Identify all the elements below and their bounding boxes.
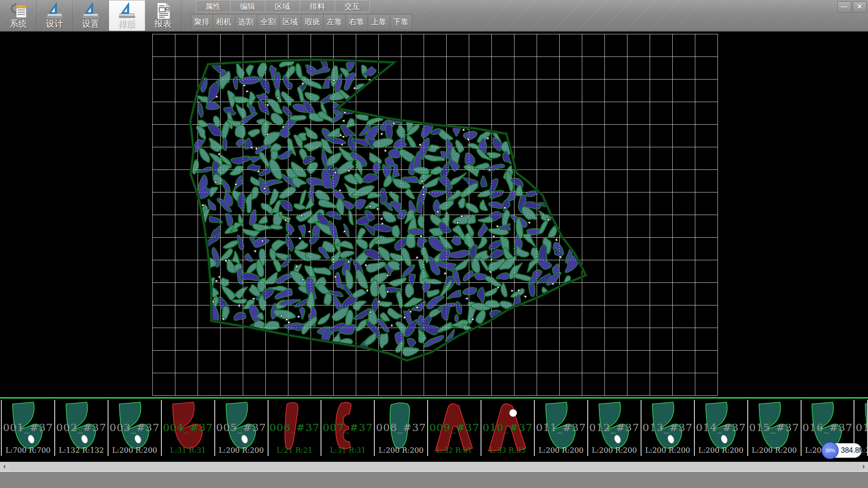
- nesting-canvas[interactable]: [0, 31, 868, 397]
- hide-thumbnail-001_#37[interactable]: 001_#37 L:700 R:700: [1, 400, 54, 456]
- action-button-7[interactable]: 左靠: [324, 14, 346, 30]
- toolbar-button-4[interactable]: 排版: [109, 0, 145, 31]
- hide-thumbnail-name: 009_#37: [428, 422, 481, 433]
- action-button-10[interactable]: 下靠: [390, 14, 412, 30]
- hide-thumbnail-name: 006_#37: [269, 422, 321, 433]
- nesting-ruler-icon: [118, 1, 137, 20]
- settings-ruler-icon: [81, 1, 100, 20]
- action-button-9[interactable]: 上靠: [368, 14, 390, 30]
- action-button-5[interactable]: 区域: [279, 14, 302, 30]
- hide-thumbnail-name: 001_#37: [2, 422, 54, 433]
- hide-thumbnail-lr-count: L:32 R:31: [428, 446, 481, 455]
- hide-thumbnail-name: 004_#37: [162, 422, 214, 433]
- hide-thumbnail-lr-count: L:200 R:200: [215, 446, 268, 455]
- hide-thumbnail-007_#37[interactable]: 007_#37 L:31 R:31: [321, 400, 374, 456]
- hide-thumbnail-lr-count: L:200 R:200: [535, 446, 587, 455]
- main-toolbar: 系统 设计 设置 排版 报表: [0, 0, 181, 31]
- filmstrip-divider-line: [0, 397, 868, 399]
- scroll-left-arrow-icon[interactable]: ‹: [0, 462, 9, 471]
- status-strip: [0, 472, 868, 488]
- hide-thumbnail-lr-count: L:31 R:31: [162, 446, 214, 455]
- hide-thumbnail-002_#37[interactable]: 002_#37 L:132 R:132: [54, 400, 108, 456]
- application-window: 系统 设计 设置 排版 报表 属性编辑区域排料交互 聚排相机选割全割区域瑕疵左靠…: [0, 0, 868, 488]
- hide-thumbnail-011_#37[interactable]: 011_#37 L:200 R:200: [534, 400, 587, 456]
- system-gear-icon: [9, 1, 28, 20]
- menu-tab-5[interactable]: 交互: [335, 0, 370, 12]
- toolbar-button-label: 系统: [0, 18, 36, 30]
- hide-thumbnail-013_#37[interactable]: 013_#37 L:200 R:200: [641, 400, 694, 456]
- menu-bar: 属性编辑区域排料交互: [196, 0, 370, 13]
- hide-thumbnail-name: 013_#37: [642, 422, 694, 433]
- action-button-8[interactable]: 右靠: [346, 14, 368, 30]
- close-button[interactable]: ✕: [853, 1, 867, 13]
- hide-thumbnail-name: 003_#37: [108, 422, 161, 433]
- minimize-button[interactable]: —: [837, 1, 851, 13]
- toolbar-button-label: 设置: [73, 18, 108, 30]
- hide-thumbnail-name: 014_#37: [695, 422, 747, 433]
- report-doc-icon: [154, 1, 173, 20]
- hide-thumbnail-lr-count: L:31 R:31: [321, 446, 374, 455]
- hide-thumbnail-009_#37[interactable]: 009_#37 L:32 R:31: [427, 400, 481, 456]
- hide-thumbnail-012_#37[interactable]: 012_#37 L:200 R:200: [587, 400, 641, 456]
- hide-thumbnail-lr-count: L:200 R:200: [108, 446, 161, 455]
- hide-thumbnail-name: 007_#37: [321, 422, 374, 433]
- toolbar-button-2[interactable]: 设计: [37, 0, 73, 31]
- action-button-1[interactable]: 聚排: [191, 14, 213, 30]
- action-button-6[interactable]: 瑕疵: [302, 14, 324, 30]
- hide-thumbnail-name: 005_#37: [215, 422, 268, 433]
- hide-thumbnail-004_#37[interactable]: 004_#37 L:31 R:31: [161, 400, 214, 456]
- hide-thumbnail-name: 012_#37: [588, 422, 641, 433]
- hide-thumbnail-010_#37[interactable]: 010_#37 L:33 R:33: [481, 400, 534, 456]
- memory-size-label: 384.8M: [841, 443, 865, 458]
- design-ruler-icon: [45, 1, 64, 20]
- hide-thumbnail-name: 017_#37: [854, 422, 868, 433]
- hide-thumbnail-006_#37[interactable]: 006_#37 L:21 R:21: [268, 400, 321, 456]
- hide-thumbnail-005_#37[interactable]: 005_#37 L:200 R:200: [214, 400, 268, 456]
- hide-thumbnail-lr-count: L:200 R:200: [748, 446, 801, 455]
- toolbar-button-label: 报表: [145, 18, 181, 30]
- hide-thumbnail-lr-count: L:200 R:200: [642, 446, 694, 455]
- hide-thumbnail-014_#37[interactable]: 014_#37 L:200 R:200: [694, 400, 747, 456]
- toolbar-button-1[interactable]: 系统: [0, 0, 37, 31]
- action-toolbar: 聚排相机选割全割区域瑕疵左靠右靠上靠下靠: [191, 14, 412, 30]
- menu-tab-4[interactable]: 排料: [300, 0, 335, 12]
- action-button-3[interactable]: 选割: [235, 14, 257, 30]
- hide-thumbnail-008_#37[interactable]: 008_#37 L:200 R:200: [374, 400, 427, 456]
- hide-thumbnail-lr-count: L:200 R:200: [375, 446, 427, 455]
- window-controls: — ✕: [837, 1, 867, 13]
- hide-thumbnail-lr-count: L:200 R:200: [588, 446, 641, 455]
- hide-thumbnail-name: 011_#37: [535, 422, 587, 433]
- hide-thumbnail-003_#37[interactable]: 003_#37 L:200 R:200: [108, 400, 161, 456]
- toolbar-button-label: 设计: [37, 18, 72, 30]
- toolbar-button-label: 排版: [109, 18, 145, 30]
- hide-thumbnail-lr-count: L:700 R:700: [2, 446, 54, 455]
- hide-thumbnail-lr-count: L:200 R:200: [695, 446, 747, 455]
- hide-thumbnail-lr-count: L:33 R:33: [481, 446, 534, 455]
- hide-thumbnail-name: 008_#37: [375, 422, 427, 433]
- titlebar: 系统 设计 设置 排版 报表 属性编辑区域排料交互 聚排相机选割全割区域瑕疵左靠…: [0, 0, 868, 32]
- toolbar-button-3[interactable]: 设置: [73, 0, 109, 31]
- hide-thumbnail-lr-count: L:21 R:21: [269, 446, 321, 455]
- hide-thumbnail-list: 001_#37 L:700 R:700 002_#37 L:132 R:132 …: [0, 400, 868, 456]
- hide-thumbnail-name: 016_#37: [802, 422, 854, 433]
- menu-tab-3[interactable]: 区域: [265, 0, 300, 12]
- memory-percent-bubble: 38%: [821, 442, 839, 459]
- action-button-2[interactable]: 相机: [213, 14, 235, 30]
- memory-badge: 38% 384.8M: [823, 443, 862, 458]
- hide-thumbnail-015_#37[interactable]: 015_#37 L:200 R:200: [747, 400, 801, 456]
- menu-tab-1[interactable]: 属性: [196, 0, 231, 12]
- menu-tab-2[interactable]: 编辑: [231, 0, 265, 12]
- action-button-4[interactable]: 全割: [257, 14, 279, 30]
- hide-thumbnail-name: 010_#37: [481, 422, 534, 433]
- horizontal-scrollbar[interactable]: ‹ ›: [0, 462, 868, 472]
- hide-thumbnail-name: 002_#37: [55, 422, 108, 433]
- hide-filmstrip: 001_#37 L:700 R:700 002_#37 L:132 R:132 …: [0, 397, 868, 462]
- toolbar-button-5[interactable]: 报表: [145, 0, 181, 31]
- hide-thumbnail-name: 015_#37: [748, 422, 801, 433]
- hide-thumbnail-lr-count: L:132 R:132: [55, 446, 108, 455]
- scroll-right-arrow-icon[interactable]: ›: [859, 462, 868, 471]
